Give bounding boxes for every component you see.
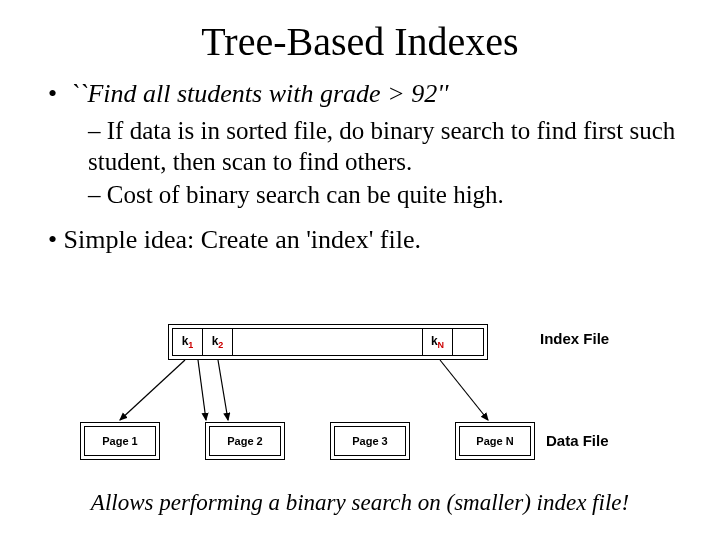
sub-bullet-1: – If data is in sorted file, do binary s… bbox=[88, 115, 678, 178]
svg-line-2 bbox=[218, 360, 228, 420]
data-page-1: Page 1 bbox=[80, 422, 160, 460]
index-tail bbox=[453, 329, 483, 355]
data-page-3: Page 3 bbox=[330, 422, 410, 460]
index-file-inner: k1 k2 kN bbox=[172, 328, 484, 356]
bullet-query-text: ``Find all students with grade > 92'' bbox=[70, 79, 448, 108]
svg-line-1 bbox=[198, 360, 206, 420]
svg-line-0 bbox=[120, 360, 185, 420]
slide: Tree-Based Indexes • ``Find all students… bbox=[0, 0, 720, 540]
bullet-simple-idea: • Simple idea: Create an 'index' file. bbox=[48, 224, 678, 257]
slide-body: • ``Find all students with grade > 92'' … bbox=[48, 78, 678, 257]
diagram: k1 k2 kN Index File Data File bbox=[80, 324, 660, 474]
bullet-query: • ``Find all students with grade > 92'' bbox=[48, 78, 678, 111]
index-gap bbox=[233, 329, 423, 355]
index-key-1: k1 bbox=[173, 329, 203, 355]
index-key-n: kN bbox=[423, 329, 453, 355]
slide-title: Tree-Based Indexes bbox=[0, 18, 720, 65]
data-page-n: Page N bbox=[455, 422, 535, 460]
index-file-box: k1 k2 kN bbox=[168, 324, 488, 360]
data-page-2: Page 2 bbox=[205, 422, 285, 460]
data-file-label: Data File bbox=[546, 432, 609, 449]
data-pages: Page 1 Page 2 Page 3 Page N bbox=[80, 422, 535, 462]
svg-line-3 bbox=[440, 360, 488, 420]
footer-caption: Allows performing a binary search on (sm… bbox=[0, 490, 720, 516]
sub-bullet-2: – Cost of binary search can be quite hig… bbox=[88, 179, 678, 210]
index-file-label: Index File bbox=[540, 330, 609, 347]
index-key-2: k2 bbox=[203, 329, 233, 355]
